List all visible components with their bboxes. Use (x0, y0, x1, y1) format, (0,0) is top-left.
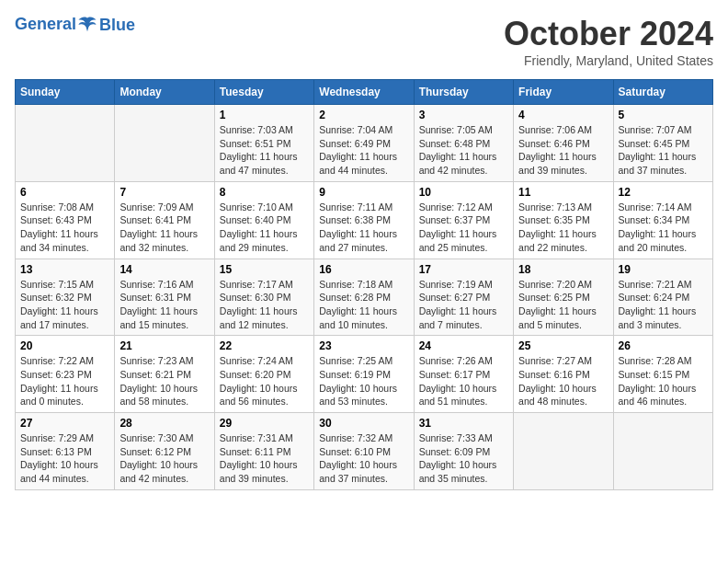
day-info: Sunrise: 7:33 AMSunset: 6:09 PMDaylight:… (419, 431, 508, 486)
day-info: Sunrise: 7:06 AMSunset: 6:46 PMDaylight:… (518, 123, 608, 178)
calendar-cell: 7Sunrise: 7:09 AMSunset: 6:41 PMDaylight… (115, 181, 214, 259)
day-number: 30 (319, 417, 408, 430)
day-info: Sunrise: 7:25 AMSunset: 6:19 PMDaylight:… (319, 354, 408, 408)
calendar-cell: 15Sunrise: 7:17 AMSunset: 6:30 PMDayligh… (214, 259, 313, 336)
day-info: Sunrise: 7:22 AMSunset: 6:23 PMDaylight:… (20, 354, 109, 408)
day-number: 28 (119, 417, 209, 430)
day-info: Sunrise: 7:21 AMSunset: 6:24 PMDaylight:… (619, 278, 708, 332)
header-day-tuesday: Tuesday (214, 80, 313, 105)
day-info: Sunrise: 7:27 AMSunset: 6:16 PMDaylight:… (518, 354, 608, 408)
day-number: 19 (619, 263, 708, 276)
calendar-cell: 19Sunrise: 7:21 AMSunset: 6:24 PMDayligh… (613, 259, 712, 336)
day-info: Sunrise: 7:10 AMSunset: 6:40 PMDaylight:… (220, 201, 309, 255)
calendar-cell: 16Sunrise: 7:18 AMSunset: 6:28 PMDayligh… (314, 259, 414, 336)
day-info: Sunrise: 7:08 AMSunset: 6:43 PMDaylight:… (20, 201, 109, 255)
day-info: Sunrise: 7:11 AMSunset: 6:38 PMDaylight:… (319, 201, 408, 255)
day-info: Sunrise: 7:28 AMSunset: 6:15 PMDaylight:… (619, 354, 708, 408)
day-number: 4 (518, 109, 608, 121)
logo-line1: General (15, 15, 76, 33)
calendar-cell: 20Sunrise: 7:22 AMSunset: 6:23 PMDayligh… (16, 336, 115, 413)
calendar-cell: 25Sunrise: 7:27 AMSunset: 6:16 PMDayligh… (514, 336, 613, 413)
calendar-cell: 4Sunrise: 7:06 AMSunset: 6:46 PMDaylight… (514, 105, 613, 182)
calendar-cell: 30Sunrise: 7:32 AMSunset: 6:10 PMDayligh… (314, 413, 414, 490)
day-info: Sunrise: 7:05 AMSunset: 6:48 PMDaylight:… (419, 123, 508, 178)
calendar-table: SundayMondayTuesdayWednesdayThursdayFrid… (15, 79, 713, 490)
calendar-cell: 26Sunrise: 7:28 AMSunset: 6:15 PMDayligh… (613, 336, 712, 413)
week-row-3: 13Sunrise: 7:15 AMSunset: 6:32 PMDayligh… (16, 259, 713, 336)
page-header: General Blue October 2024 Friendly, Mary… (15, 15, 713, 68)
day-number: 11 (518, 186, 608, 199)
calendar-cell: 8Sunrise: 7:10 AMSunset: 6:40 PMDaylight… (214, 181, 313, 259)
calendar-cell: 23Sunrise: 7:25 AMSunset: 6:19 PMDayligh… (314, 336, 414, 413)
day-number: 24 (419, 339, 508, 352)
day-info: Sunrise: 7:19 AMSunset: 6:27 PMDaylight:… (419, 278, 508, 332)
day-number: 5 (619, 109, 708, 121)
day-number: 7 (119, 186, 209, 199)
day-number: 22 (220, 339, 309, 352)
day-number: 2 (319, 109, 408, 121)
day-number: 3 (419, 109, 508, 121)
day-number: 15 (220, 263, 309, 276)
day-number: 21 (119, 339, 209, 352)
day-info: Sunrise: 7:07 AMSunset: 6:45 PMDaylight:… (619, 123, 708, 178)
day-info: Sunrise: 7:26 AMSunset: 6:17 PMDaylight:… (419, 354, 508, 408)
day-info: Sunrise: 7:04 AMSunset: 6:49 PMDaylight:… (319, 123, 408, 178)
calendar-cell (613, 413, 712, 490)
day-number: 18 (518, 263, 608, 276)
day-number: 23 (319, 339, 408, 352)
day-info: Sunrise: 7:20 AMSunset: 6:25 PMDaylight:… (518, 278, 608, 332)
calendar-cell: 6Sunrise: 7:08 AMSunset: 6:43 PMDaylight… (16, 181, 115, 259)
calendar-cell: 13Sunrise: 7:15 AMSunset: 6:32 PMDayligh… (16, 259, 115, 336)
day-info: Sunrise: 7:09 AMSunset: 6:41 PMDaylight:… (119, 201, 209, 255)
header-day-thursday: Thursday (414, 80, 513, 105)
day-number: 29 (220, 417, 309, 430)
day-number: 27 (20, 417, 109, 430)
day-info: Sunrise: 7:31 AMSunset: 6:11 PMDaylight:… (220, 431, 309, 486)
calendar-cell (16, 105, 115, 182)
day-number: 10 (419, 186, 508, 199)
calendar-cell (514, 413, 613, 490)
day-number: 1 (220, 109, 309, 121)
header-day-wednesday: Wednesday (314, 80, 414, 105)
calendar-cell: 21Sunrise: 7:23 AMSunset: 6:21 PMDayligh… (115, 336, 214, 413)
day-number: 12 (619, 186, 708, 199)
day-number: 13 (20, 263, 109, 276)
header-day-sunday: Sunday (16, 80, 115, 105)
week-row-2: 6Sunrise: 7:08 AMSunset: 6:43 PMDaylight… (16, 181, 713, 259)
day-info: Sunrise: 7:32 AMSunset: 6:10 PMDaylight:… (319, 431, 408, 486)
day-number: 16 (319, 263, 408, 276)
calendar-cell: 1Sunrise: 7:03 AMSunset: 6:51 PMDaylight… (214, 105, 313, 182)
logo-line2: Blue (99, 16, 135, 35)
calendar-cell: 22Sunrise: 7:24 AMSunset: 6:20 PMDayligh… (214, 336, 313, 413)
week-row-1: 1Sunrise: 7:03 AMSunset: 6:51 PMDaylight… (16, 105, 713, 182)
day-info: Sunrise: 7:16 AMSunset: 6:31 PMDaylight:… (119, 278, 209, 332)
calendar-cell: 10Sunrise: 7:12 AMSunset: 6:37 PMDayligh… (414, 181, 513, 259)
day-number: 17 (419, 263, 508, 276)
logo-bird-icon (77, 15, 97, 35)
day-info: Sunrise: 7:29 AMSunset: 6:13 PMDaylight:… (20, 431, 109, 486)
calendar-cell: 11Sunrise: 7:13 AMSunset: 6:35 PMDayligh… (514, 181, 613, 259)
calendar-cell: 14Sunrise: 7:16 AMSunset: 6:31 PMDayligh… (115, 259, 214, 336)
calendar-cell: 24Sunrise: 7:26 AMSunset: 6:17 PMDayligh… (414, 336, 513, 413)
day-number: 8 (220, 186, 309, 199)
calendar-cell: 18Sunrise: 7:20 AMSunset: 6:25 PMDayligh… (514, 259, 613, 336)
calendar-cell: 29Sunrise: 7:31 AMSunset: 6:11 PMDayligh… (214, 413, 313, 490)
calendar-cell: 28Sunrise: 7:30 AMSunset: 6:12 PMDayligh… (115, 413, 214, 490)
day-info: Sunrise: 7:23 AMSunset: 6:21 PMDaylight:… (119, 354, 209, 408)
day-info: Sunrise: 7:24 AMSunset: 6:20 PMDaylight:… (220, 354, 309, 408)
calendar-cell: 17Sunrise: 7:19 AMSunset: 6:27 PMDayligh… (414, 259, 513, 336)
day-number: 14 (119, 263, 209, 276)
calendar-cell: 27Sunrise: 7:29 AMSunset: 6:13 PMDayligh… (16, 413, 115, 490)
day-info: Sunrise: 7:18 AMSunset: 6:28 PMDaylight:… (319, 278, 408, 332)
day-info: Sunrise: 7:15 AMSunset: 6:32 PMDaylight:… (20, 278, 109, 332)
week-row-4: 20Sunrise: 7:22 AMSunset: 6:23 PMDayligh… (16, 336, 713, 413)
day-info: Sunrise: 7:14 AMSunset: 6:34 PMDaylight:… (619, 201, 708, 255)
calendar-cell (115, 105, 214, 182)
day-number: 6 (20, 186, 109, 199)
day-number: 26 (619, 339, 708, 352)
header-day-saturday: Saturday (613, 80, 712, 105)
calendar-cell: 9Sunrise: 7:11 AMSunset: 6:38 PMDaylight… (314, 181, 414, 259)
calendar-cell: 3Sunrise: 7:05 AMSunset: 6:48 PMDaylight… (414, 105, 513, 182)
day-number: 20 (20, 339, 109, 352)
month-title: October 2024 (504, 15, 713, 53)
